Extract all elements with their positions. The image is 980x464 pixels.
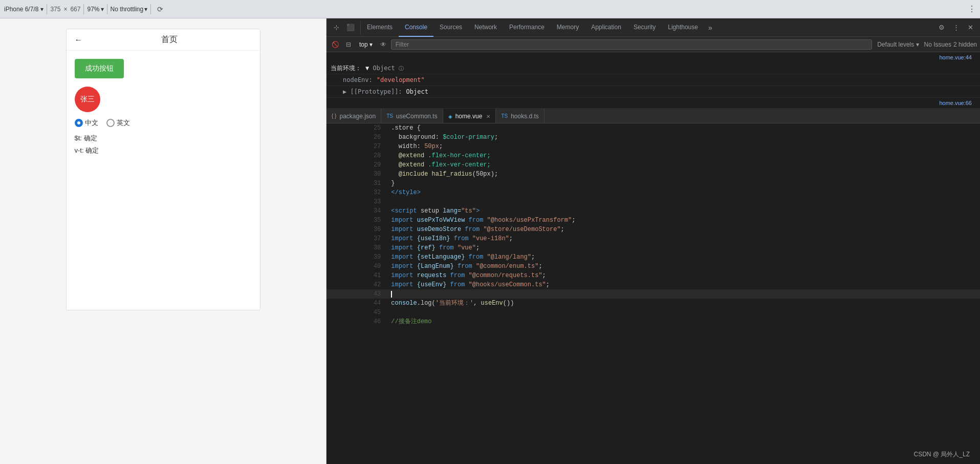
home-vue-link-66[interactable]: home.vue:66	[935, 99, 976, 107]
line-number-33: 33	[326, 197, 387, 206]
code-line-41: 41import requests from "@common/requets.…	[326, 271, 980, 280]
close-tab-icon[interactable]: ✕	[486, 114, 490, 119]
radio-inner-dot	[77, 121, 80, 124]
line-code-46: //接备注demo	[387, 317, 980, 326]
browser-toolbar: iPhone 6/7/8 ▾ 375 × 667 97% ▾ No thrott…	[0, 0, 980, 18]
code-line-30: 30 @include half_radius(50px);	[326, 170, 980, 179]
default-levels-selector[interactable]: Default levels ▾	[874, 40, 922, 49]
code-line-28: 28 @extend .flex-hor-center;	[326, 151, 980, 160]
success-button[interactable]: 成功按钮	[75, 59, 124, 78]
code-line-29: 29 @extend .flex-ver-center;	[326, 160, 980, 170]
console-log-content: 当前环境： ▼ Object ⓘ	[331, 64, 976, 73]
devtools-tabs: Elements Console Sources Network Perform…	[361, 18, 932, 37]
line-code-31: }	[387, 179, 980, 188]
nodeenv-key: nodeEnv:	[343, 75, 373, 85]
eye-icon[interactable]: 👁	[378, 39, 389, 50]
console-area: home.vue:44 当前环境： ▼ Object ⓘ nodeEnv: "d…	[326, 52, 980, 464]
console-link-row-1: home.vue:44	[326, 52, 980, 62]
top-context-label: top	[359, 41, 368, 48]
code-line-43: 43	[326, 289, 980, 299]
line-number-28: 28	[326, 151, 387, 160]
line-number-34: 34	[326, 206, 387, 216]
sync-icon[interactable]: ⟳	[154, 3, 166, 15]
tab-console[interactable]: Console	[399, 18, 433, 37]
tab-memory[interactable]: Memory	[551, 18, 585, 37]
editor-tab-home-vue[interactable]: ◈ home.vue ✕	[443, 109, 496, 123]
line-code-32: </style>	[387, 188, 980, 197]
editor-tabs: { } package.json TS useCommon.ts ◈ home.…	[326, 108, 980, 123]
nodeenv-value: "development"	[377, 75, 425, 85]
radio-chinese[interactable]: 中文	[75, 118, 98, 128]
code-line-27: 27 width: 50px;	[326, 142, 980, 151]
line-code-39: import {setLanguage} from "@lang/lang";	[387, 252, 980, 262]
back-button[interactable]: ←	[75, 35, 83, 45]
code-line-46: 46//接备注demo	[326, 317, 980, 326]
radio-english[interactable]: 英文	[106, 118, 130, 128]
i18n-v-t: v-t: 确定	[75, 146, 252, 155]
line-number-29: 29	[326, 160, 387, 170]
tab-sources[interactable]: Sources	[433, 18, 468, 37]
code-line-44: 44console.log('当前环境：', useEnv())	[326, 299, 980, 308]
line-number-45: 45	[326, 308, 387, 317]
i18n-dollar-t-value: 确定	[84, 134, 97, 142]
inspect-icon[interactable]: ⊹	[330, 21, 343, 34]
line-code-35: import usePxToVwView from "@hooks/usePxT…	[387, 216, 980, 225]
clear-console-icon[interactable]: 🚫	[330, 39, 341, 50]
line-code-27: width: 50px;	[387, 142, 980, 151]
code-line-32: 32</style>	[326, 188, 980, 197]
home-vue-link-44[interactable]: home.vue:44	[935, 53, 976, 61]
line-code-28: @extend .flex-hor-center;	[387, 151, 980, 160]
line-number-27: 27	[326, 142, 387, 151]
no-issues-label: No Issues	[924, 41, 951, 48]
home-vue-label: home.vue	[455, 113, 483, 120]
top-context-selector[interactable]: top ▾	[356, 40, 376, 49]
line-number-25: 25	[326, 123, 387, 133]
line-code-45	[387, 308, 980, 317]
line-number-31: 31	[326, 179, 387, 188]
sidebar-toggle-icon[interactable]: ⊟	[343, 39, 354, 50]
more-options-icon[interactable]: ⋮	[968, 4, 976, 14]
hooks-d-ts-label: hooks.d.ts	[511, 113, 539, 120]
code-line-40: 40import {LangEnum} from "@common/enum.t…	[326, 262, 980, 271]
radio-checked-icon	[75, 119, 83, 127]
tab-performance[interactable]: Performance	[503, 18, 551, 37]
tab-lighthouse[interactable]: Lighthouse	[662, 18, 704, 37]
settings-icon[interactable]: ⚙	[935, 21, 948, 34]
code-table: 25.store {26 background: $color-primary;…	[326, 123, 980, 326]
line-code-30: @include half_radius(50px);	[387, 170, 980, 179]
editor-tab-usecommon-ts[interactable]: TS useCommon.ts	[381, 109, 443, 123]
device-selector[interactable]: iPhone 6/7/8 ▾	[4, 6, 43, 13]
tab-network[interactable]: Network	[468, 18, 503, 37]
line-code-42: import {useEnv} from "@hooks/useCommon.t…	[387, 280, 980, 289]
devtools-right-icons: ⚙ ⋮ ✕	[932, 21, 980, 34]
filter-input[interactable]	[391, 39, 873, 50]
tab-security[interactable]: Security	[627, 18, 662, 37]
line-code-26: background: $color-primary;	[387, 133, 980, 142]
device-toggle-icon[interactable]: ⬛	[344, 21, 357, 34]
ts-icon-hooks: TS	[501, 113, 508, 119]
code-line-33: 33	[326, 197, 980, 206]
issues-badge: No Issues 2 hidden	[924, 41, 977, 48]
tabs-more-icon[interactable]: »	[704, 24, 716, 32]
editor-tab-hooks-d-ts[interactable]: TS hooks.d.ts	[496, 109, 544, 123]
dimension-x: ×	[63, 6, 67, 13]
device-width: 375	[50, 6, 60, 13]
radio-english-label: 英文	[117, 118, 130, 128]
console-link-row-2: home.vue:66	[326, 98, 980, 108]
phone-frame: ← 首页 成功按钮 张三 中文 英文	[66, 29, 260, 310]
code-line-42: 42import {useEnv} from "@hooks/useCommon…	[326, 280, 980, 289]
tab-elements[interactable]: Elements	[361, 18, 399, 37]
code-area[interactable]: 25.store {26 background: $color-primary;…	[326, 123, 980, 464]
throttle-selector[interactable]: No throttling ▾	[111, 6, 148, 13]
line-code-41: import requests from "@common/requets.ts…	[387, 271, 980, 280]
more-devtools-icon[interactable]: ⋮	[949, 21, 963, 34]
i18n-v-t-value: 确定	[85, 146, 99, 154]
code-line-34: 34<script setup lang="ts">	[326, 206, 980, 216]
close-devtools-icon[interactable]: ✕	[964, 21, 977, 34]
line-number-38: 38	[326, 243, 387, 252]
zoom-selector[interactable]: 97% ▾	[87, 6, 103, 13]
toolbar-divider4	[150, 4, 151, 14]
editor-tab-package-json[interactable]: { } package.json	[326, 109, 381, 123]
tab-application[interactable]: Application	[585, 18, 627, 37]
line-number-30: 30	[326, 170, 387, 179]
